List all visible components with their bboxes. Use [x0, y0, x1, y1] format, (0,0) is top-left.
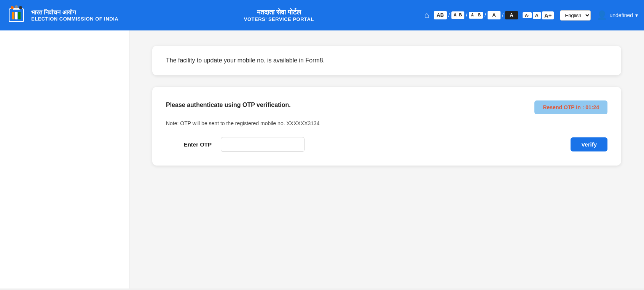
user-name: undefined: [609, 12, 633, 18]
verify-button[interactable]: Verify: [571, 137, 607, 151]
otp-title: Please authenticate using OTP verificati…: [166, 100, 291, 110]
otp-note: Note: OTP will be sent to the registered…: [166, 120, 607, 126]
user-menu[interactable]: 👤 undefined ▾: [597, 10, 638, 20]
font-normal-button[interactable]: A: [533, 12, 541, 19]
header-title-hindi: भारत निर्वाचन आयोग: [31, 9, 118, 16]
portal-hindi: मतदाता सेवा पोर्टल: [134, 8, 424, 16]
font-a--b-button[interactable]: A__B: [469, 12, 483, 19]
portal-english: VOTERS' SERVICE PORTAL: [134, 16, 424, 22]
font-a-white-button[interactable]: A: [488, 11, 501, 19]
otp-input-label: Enter OTP: [166, 141, 212, 148]
home-icon[interactable]: ⌂: [424, 10, 429, 20]
logo-area: भारत निर्वाचन आयोग ELECTION COMMISSION O…: [6, 5, 118, 25]
svg-point-6: [15, 5, 18, 8]
main-layout: The facility to update your mobile no. i…: [0, 30, 644, 288]
otp-card: Please authenticate using OTP verificati…: [152, 87, 621, 166]
font-a-b-button[interactable]: A_B: [451, 11, 464, 19]
language-selector[interactable]: English हिन्दी: [560, 10, 591, 21]
font-decrease-button[interactable]: A-: [523, 12, 532, 18]
resend-otp-button[interactable]: Resend OTP in : 01:24: [534, 100, 607, 114]
font-switchers: AB / A_B / A__B / A / A: [434, 11, 518, 19]
font-ab-button[interactable]: AB: [434, 11, 447, 19]
sidebar: [0, 30, 129, 288]
otp-input-row: Enter OTP Verify: [166, 137, 607, 152]
user-dropdown-icon: ▾: [635, 12, 638, 18]
portal-name: मतदाता सेवा पोर्टल VOTERS' SERVICE PORTA…: [134, 8, 424, 22]
font-increase-button[interactable]: A+: [542, 11, 554, 19]
svg-point-7: [19, 6, 22, 9]
user-avatar-icon: 👤: [597, 10, 607, 20]
font-size-buttons: A- A A+: [523, 11, 554, 19]
svg-rect-2: [15, 12, 18, 19]
header: भारत निर्वाचन आयोग ELECTION COMMISSION O…: [0, 0, 644, 30]
otp-input[interactable]: [221, 137, 304, 152]
svg-point-5: [11, 6, 14, 9]
info-card: The facility to update your mobile no. i…: [152, 46, 621, 75]
info-message: The facility to update your mobile no. i…: [166, 57, 607, 64]
otp-header: Please authenticate using OTP verificati…: [166, 100, 607, 114]
font-a-black-button[interactable]: A: [505, 11, 518, 19]
svg-rect-1: [12, 12, 14, 19]
svg-rect-3: [18, 12, 21, 19]
header-controls: ⌂ AB / A_B / A__B / A / A A- A A+ Englis…: [424, 10, 638, 21]
eci-logo: [6, 5, 27, 25]
header-title: भारत निर्वाचन आयोग ELECTION COMMISSION O…: [31, 9, 118, 22]
header-title-english: ELECTION COMMISSION OF INDIA: [31, 16, 118, 22]
content-area: The facility to update your mobile no. i…: [129, 30, 644, 288]
